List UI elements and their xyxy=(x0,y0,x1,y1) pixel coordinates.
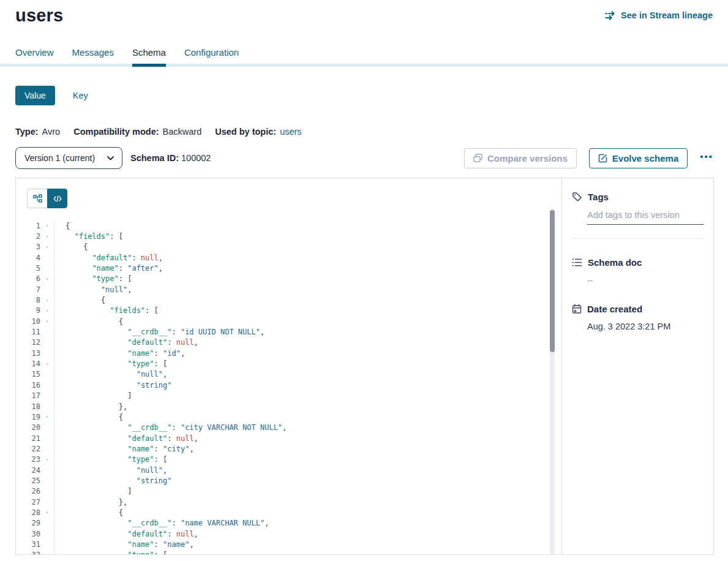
line-number: 23 xyxy=(16,455,40,464)
schema-meta-row: Type: Avro Compatibility mode: Backward … xyxy=(15,127,728,137)
line-number: 24 xyxy=(16,466,40,475)
code-line: 5"name": "after", xyxy=(16,263,549,273)
fold-arrow-icon[interactable]: ▾ xyxy=(46,318,49,324)
see-in-stream-lineage-label: See in Stream lineage xyxy=(621,10,713,20)
code-line: 7"null", xyxy=(16,284,549,295)
code-line: 28▾{ xyxy=(16,507,549,518)
code-text: { xyxy=(54,222,70,230)
evolve-schema-button[interactable]: Evolve schema xyxy=(589,148,688,168)
code-text: "default": null, xyxy=(54,338,198,347)
sidebar-divider xyxy=(572,238,704,239)
schema-doc-title: Schema doc xyxy=(588,257,642,268)
date-created-value: Aug. 3 2022 3:21 PM xyxy=(587,322,704,331)
add-tags-input[interactable] xyxy=(587,210,704,225)
line-number: 3 xyxy=(16,243,40,251)
version-toolbar-left: Version 1 (current) Schema ID: 100002 xyxy=(15,147,211,169)
compare-versions-icon xyxy=(473,154,482,163)
fold-gutter xyxy=(40,252,54,263)
schema-sidebar: Tags Schema doc -- xyxy=(561,178,713,554)
fold-gutter xyxy=(40,539,54,549)
tabbar: OverviewMessagesSchemaConfiguration xyxy=(0,47,728,67)
code-text: "null", xyxy=(54,466,167,475)
code-text: "type": [ xyxy=(54,274,132,283)
line-number: 11 xyxy=(16,328,40,336)
fold-gutter: ▾ xyxy=(40,242,54,252)
code-line: 6▾"type": [ xyxy=(16,274,549,284)
fold-arrow-icon[interactable]: ▾ xyxy=(46,298,49,303)
tree-view-button[interactable] xyxy=(27,189,47,208)
version-select[interactable]: Version 1 (current) xyxy=(15,147,122,169)
list-icon xyxy=(572,258,582,267)
fold-gutter: ▾ xyxy=(40,358,54,369)
code-line: 32▾"type": [ xyxy=(16,550,549,554)
fold-gutter: ▾ xyxy=(40,231,54,241)
code-text: "type": [ xyxy=(54,551,167,554)
chevron-down-icon xyxy=(107,156,114,160)
schema-id: Schema ID: 100002 xyxy=(130,153,211,163)
key-tab-link[interactable]: Key xyxy=(73,91,88,100)
code-text: { xyxy=(54,508,123,517)
code-line: 16"string" xyxy=(16,380,549,390)
tab-messages[interactable]: Messages xyxy=(72,47,114,67)
schema-page: users See in Stream lineage OverviewMess… xyxy=(0,0,728,561)
code-line: 29"__crdb__": "name VARCHAR NULL", xyxy=(16,518,549,529)
version-select-value: Version 1 (current) xyxy=(24,153,95,163)
fold-gutter xyxy=(40,369,54,380)
fold-gutter xyxy=(40,391,54,401)
fold-arrow-icon[interactable]: ▾ xyxy=(46,308,49,314)
evolve-schema-label: Evolve schema xyxy=(612,153,678,164)
tab-configuration[interactable]: Configuration xyxy=(184,47,239,67)
tag-icon xyxy=(572,192,582,202)
code-line: 14▾"type": [ xyxy=(16,358,549,369)
fold-gutter xyxy=(40,423,54,433)
fold-arrow-icon[interactable]: ▾ xyxy=(46,276,49,282)
fold-arrow-icon[interactable]: ▾ xyxy=(46,223,49,228)
tab-schema[interactable]: Schema xyxy=(132,47,166,67)
fold-arrow-icon[interactable]: ▾ xyxy=(46,361,49,367)
code-editor[interactable]: 1▾{2▾"fields": [3▾{4"default": null,5"na… xyxy=(16,220,549,554)
fold-gutter xyxy=(40,529,54,539)
fold-gutter xyxy=(40,263,54,273)
code-scrollbar-track[interactable] xyxy=(550,209,555,554)
code-line: 19▾{ xyxy=(16,412,549,422)
line-number: 32 xyxy=(16,551,40,554)
line-number: 13 xyxy=(16,349,40,358)
page-header: users See in Stream lineage xyxy=(0,0,728,26)
fold-arrow-icon[interactable]: ▾ xyxy=(46,244,49,250)
line-number: 20 xyxy=(16,423,40,432)
fold-arrow-icon[interactable]: ▾ xyxy=(46,457,49,462)
tags-title: Tags xyxy=(588,192,609,202)
fold-arrow-icon[interactable]: ▾ xyxy=(46,234,49,239)
value-tab-button[interactable]: Value xyxy=(15,86,55,105)
tab-overview[interactable]: Overview xyxy=(15,47,54,67)
line-number: 4 xyxy=(16,254,40,262)
fold-gutter: ▾ xyxy=(40,412,54,422)
code-text: { xyxy=(54,413,123,421)
line-number: 25 xyxy=(16,476,40,485)
line-number: 5 xyxy=(16,264,40,273)
more-actions-button[interactable]: ••• xyxy=(700,152,713,165)
code-view-button[interactable] xyxy=(47,189,67,208)
fold-gutter xyxy=(40,380,54,390)
code-scrollbar-thumb[interactable] xyxy=(550,210,555,352)
fold-gutter xyxy=(40,401,54,412)
page-title: users xyxy=(15,6,63,26)
line-number: 26 xyxy=(16,487,40,495)
meta-compatibility-value: Backward xyxy=(163,127,202,137)
meta-compatibility: Compatibility mode: Backward xyxy=(73,127,201,137)
fold-arrow-icon[interactable]: ▾ xyxy=(46,552,49,554)
compare-versions-button[interactable]: Compare versions xyxy=(464,148,577,168)
meta-topic-link[interactable]: users xyxy=(280,127,301,137)
fold-arrow-icon[interactable]: ▾ xyxy=(46,414,49,420)
line-number: 9 xyxy=(16,306,40,315)
tags-section-header: Tags xyxy=(572,192,704,202)
schema-doc-section: Schema doc -- xyxy=(572,257,704,285)
code-line: 13"name": "id", xyxy=(16,348,549,358)
fold-gutter: ▾ xyxy=(40,295,54,305)
line-number: 22 xyxy=(16,445,40,453)
see-in-stream-lineage-link[interactable]: See in Stream lineage xyxy=(605,10,713,20)
line-number: 18 xyxy=(16,402,40,411)
code-text: }, xyxy=(54,498,127,506)
fold-arrow-icon[interactable]: ▾ xyxy=(46,510,49,515)
code-line: 31"name": "name", xyxy=(16,539,549,549)
